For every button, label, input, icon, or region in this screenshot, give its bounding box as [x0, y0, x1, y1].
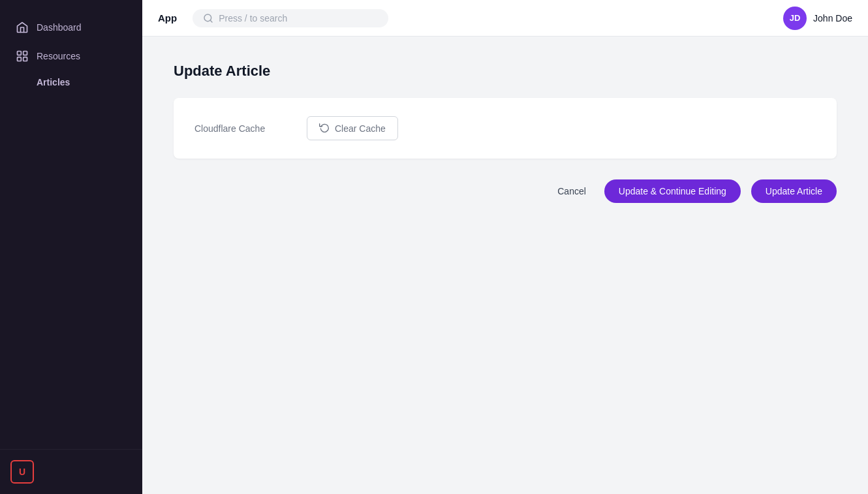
search-icon	[203, 13, 213, 23]
actions-row: Cancel Update & Continue Editing Update …	[174, 179, 837, 203]
sidebar: Dashboard Resources Articles U	[0, 0, 142, 494]
cancel-button[interactable]: Cancel	[550, 181, 594, 202]
sidebar-item-resources[interactable]: Resources	[0, 42, 142, 70]
clear-cache-label: Clear Cache	[335, 123, 386, 134]
sidebar-logo: U	[10, 460, 34, 484]
logo-text: U	[19, 467, 25, 477]
svg-rect-3	[23, 57, 27, 61]
resources-icon	[16, 50, 29, 63]
home-icon	[16, 21, 29, 34]
sidebar-item-dashboard[interactable]: Dashboard	[0, 13, 142, 42]
update-continue-button[interactable]: Update & Continue Editing	[604, 179, 741, 203]
page-title: Update Article	[174, 63, 837, 80]
header-right: JD John Doe	[783, 7, 852, 30]
svg-rect-2	[18, 57, 22, 61]
app-label: App	[158, 12, 177, 23]
svg-line-5	[210, 20, 212, 22]
update-article-button[interactable]: Update Article	[751, 179, 837, 203]
svg-rect-0	[18, 52, 22, 55]
main-area: App Press / to search JD John Doe Update…	[142, 0, 868, 494]
header: App Press / to search JD John Doe	[142, 0, 868, 37]
sidebar-nav: Dashboard Resources Articles	[0, 0, 142, 449]
svg-rect-1	[23, 52, 27, 55]
sidebar-item-articles-label: Articles	[37, 77, 70, 87]
sidebar-item-resources-label: Resources	[37, 51, 80, 61]
cache-row: Cloudflare Cache Clear Cache	[194, 116, 816, 140]
cloudflare-cache-label: Cloudflare Cache	[194, 123, 286, 134]
user-name: John Doe	[813, 13, 852, 23]
clear-cache-button[interactable]: Clear Cache	[307, 116, 398, 140]
refresh-icon	[319, 122, 330, 134]
search-bar[interactable]: Press / to search	[193, 9, 388, 27]
sidebar-item-dashboard-label: Dashboard	[37, 22, 82, 33]
sidebar-footer: U	[0, 449, 142, 494]
user-avatar: JD	[783, 7, 807, 30]
cache-card: Cloudflare Cache Clear Cache	[174, 98, 837, 159]
search-placeholder: Press / to search	[219, 13, 287, 23]
sidebar-item-articles[interactable]: Articles	[0, 70, 142, 94]
page-content: Update Article Cloudflare Cache Clear Ca…	[142, 37, 868, 494]
